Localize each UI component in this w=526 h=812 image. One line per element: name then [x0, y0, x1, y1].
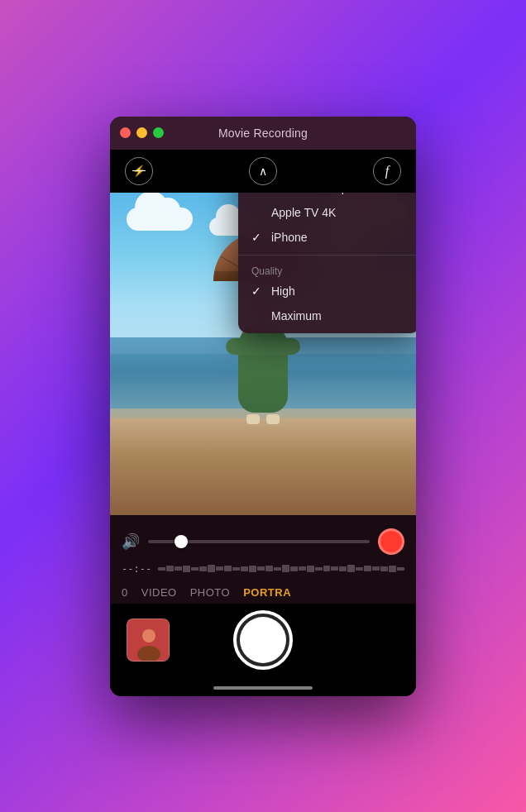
quality-item-maximum[interactable]: ✓ Maximum	[238, 303, 416, 328]
wave-bar	[257, 566, 265, 571]
person-body	[238, 322, 288, 413]
camera-viewfinder: Camera ✓ FaceTime HD Camera (Built-in) ✓…	[110, 193, 416, 515]
quality-section-header: Quality	[238, 260, 416, 279]
wave-bar	[397, 567, 404, 571]
timer-text: --:--	[122, 563, 151, 575]
bottom-row	[110, 604, 416, 683]
mic-item-internal[interactable]: ✓ Internal Microphone	[238, 193, 416, 200]
record-button[interactable]	[378, 528, 404, 555]
controls-area: 🔊 --:--	[110, 515, 416, 604]
wave-bar	[274, 567, 281, 571]
app-window: Movie Recording ⚡ ∧ f	[110, 117, 416, 696]
volume-slider[interactable]	[148, 540, 370, 543]
wave-bar	[364, 566, 371, 571]
cloud-1	[127, 208, 193, 231]
flash-icon: ⚡	[132, 165, 146, 177]
shutter-inner	[240, 617, 286, 663]
wave-bar	[232, 567, 240, 571]
wave-bar	[347, 565, 355, 572]
wave-bar	[315, 567, 323, 571]
svg-point-1	[142, 629, 155, 642]
maximize-button[interactable]	[153, 127, 164, 138]
quality-maximum-label: Maximum	[271, 309, 322, 322]
person-feet	[246, 414, 280, 424]
wave-bar	[265, 566, 273, 571]
mic-item-appletv[interactable]: ✓ Apple TV 4K	[238, 200, 416, 225]
mode-video[interactable]: VIDEO	[141, 586, 177, 599]
wave-bar	[299, 566, 306, 571]
wave-bar	[389, 566, 396, 572]
wave-bar	[323, 566, 331, 571]
microphone-section: Microphone ✓ Internal Microphone ✓ Apple…	[238, 193, 416, 255]
mode-portrait[interactable]: PORTRA	[243, 586, 291, 599]
traffic-lights	[120, 127, 164, 138]
close-button[interactable]	[120, 127, 131, 138]
wave-bar	[356, 567, 363, 571]
wave-bar	[175, 566, 182, 571]
mode-selector: 0 VIDEO PHOTO PORTRA	[122, 581, 404, 604]
wave-bar	[158, 567, 165, 571]
wave-bar	[241, 566, 248, 571]
wave-bar	[224, 566, 232, 571]
window-title: Movie Recording	[218, 127, 308, 140]
wave-bar	[183, 566, 190, 572]
volume-thumb[interactable]	[175, 535, 188, 548]
check-iphone-mic: ✓	[251, 231, 265, 244]
filter-button[interactable]: f	[373, 157, 401, 185]
wave-bar	[307, 566, 314, 572]
wave-bar	[372, 566, 380, 571]
minimize-button[interactable]	[136, 127, 147, 138]
quality-item-high[interactable]: ✓ High	[238, 279, 416, 303]
wave-bar	[166, 566, 174, 571]
title-bar: Movie Recording	[110, 117, 416, 150]
settings-dropdown: Camera ✓ FaceTime HD Camera (Built-in) ✓…	[238, 193, 416, 333]
photo-thumbnail[interactable]	[127, 619, 170, 662]
wave-bar	[339, 566, 347, 571]
wave-bar	[331, 566, 338, 571]
mic-iphone-label: iPhone	[271, 231, 308, 244]
mic-appletv-label: Apple TV 4K	[271, 206, 336, 219]
mic-internal-label: Internal Microphone	[271, 193, 374, 194]
top-bar: ⚡ ∧ f	[110, 150, 416, 193]
filter-icon: f	[385, 164, 389, 179]
mic-item-iphone[interactable]: ✓ iPhone	[238, 225, 416, 250]
volume-icon: 🔊	[122, 533, 140, 551]
wave-bar	[208, 565, 215, 572]
wave-bar	[191, 567, 198, 571]
check-quality-high: ✓	[251, 284, 265, 298]
foot-left	[246, 414, 260, 424]
mode-photo[interactable]: PHOTO	[190, 586, 231, 599]
mode-slomo[interactable]: 0	[122, 586, 128, 599]
chevron-up-button[interactable]: ∧	[249, 157, 277, 185]
quality-section: Quality ✓ High ✓ Maximum	[238, 255, 416, 333]
wave-bar	[216, 566, 223, 571]
shutter-button[interactable]	[233, 610, 293, 670]
flash-button[interactable]: ⚡	[125, 157, 153, 185]
person-arms	[226, 338, 300, 355]
timer-bar: --:--	[122, 560, 404, 581]
foot-right	[266, 414, 280, 424]
wave-bar	[199, 566, 207, 571]
record-bar: 🔊	[122, 523, 404, 560]
chevron-up-icon: ∧	[259, 165, 267, 178]
scroll-indicator	[110, 683, 416, 696]
scroll-bar	[213, 686, 313, 690]
quality-high-label: High	[271, 284, 295, 298]
beach-bg	[110, 418, 416, 515]
wave-bar	[282, 565, 289, 572]
wave-bar	[380, 566, 388, 571]
wave-bar	[290, 566, 298, 571]
wave-bar	[249, 566, 256, 572]
audio-waveform	[158, 563, 404, 575]
